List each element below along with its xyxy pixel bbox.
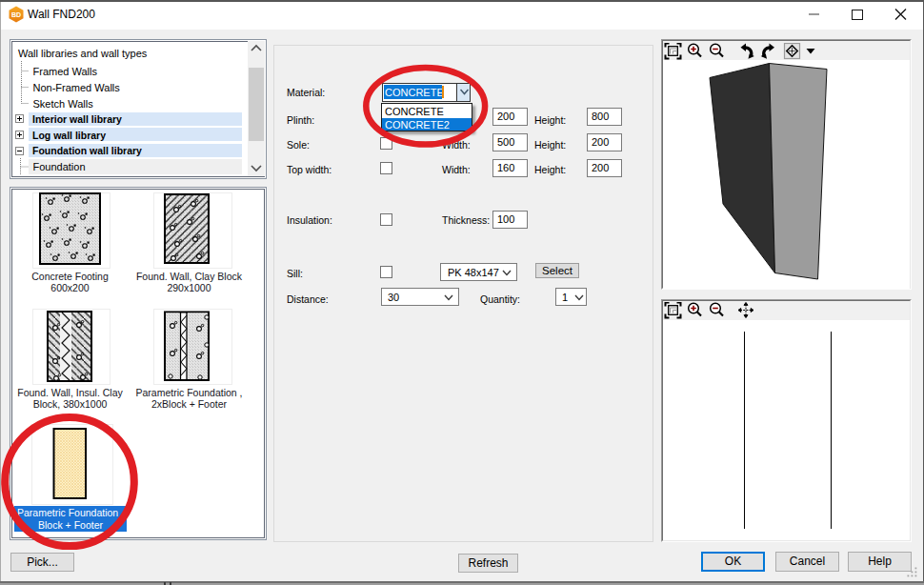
svg-text:BD: BD [11,11,21,18]
